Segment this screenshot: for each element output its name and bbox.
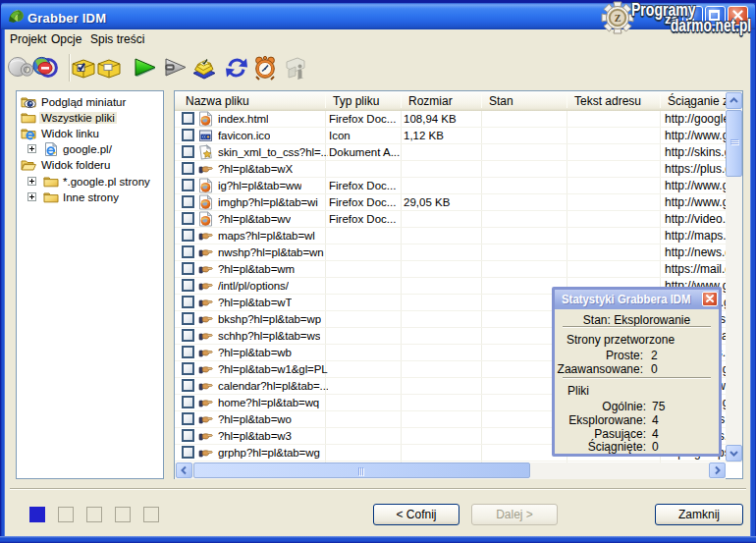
svg-text:Z: Z — [615, 13, 621, 24]
